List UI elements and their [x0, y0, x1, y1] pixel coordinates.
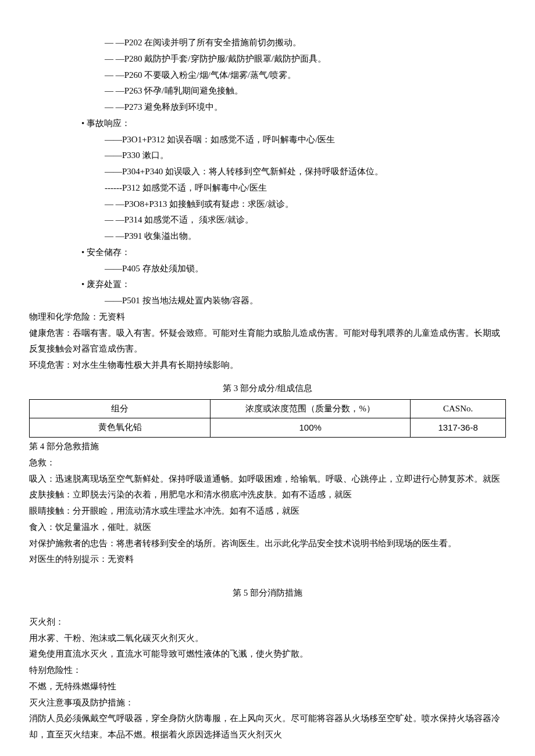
- col-concentration: 浓度或浓度范围（质量分数，%）: [211, 399, 411, 418]
- table-row: 黄色氧化铅 100% 1317-36-8: [30, 418, 506, 438]
- first-aid-inhalation: 吸入：迅速脱离现场至空气新鲜处。保持呼吸道通畅。如呼吸困难，给输氧。呼吸、心跳停…: [29, 471, 506, 488]
- storage-item: ——P405 存放处须加锁。: [29, 261, 506, 277]
- cell-concentration: 100%: [211, 418, 411, 438]
- cell-component: 黄色氧化铅: [30, 418, 211, 438]
- prevention-item: — —P263 怀孕/哺乳期间避免接触。: [29, 83, 506, 99]
- fire-extinguisher-1: 用水雾、干粉、泡沫或二氧化碳灭火剂灭火。: [29, 630, 506, 647]
- firefighting-notes-label: 灭火注意事项及防护措施：: [29, 695, 506, 711]
- fire-extinguisher-label: 灭火剂：: [29, 614, 506, 630]
- firefighting-notes: 消防人员必须佩戴空气呼吸器，穿全身防火防毒服，在上风向灭火。尽可能将容器从火场移…: [29, 711, 506, 743]
- accident-list: ——P3O1+P312 如误吞咽：如感觉不适，呼叫解毒中心/医生 ——P330 …: [29, 132, 506, 245]
- first-aid-rescuer-advice: 对保护施救者的忠告：将患者转移到安全的场所。咨询医生。出示此化学品安全技术说明书…: [29, 536, 506, 552]
- accident-response-label: • 事故响应：: [29, 116, 506, 132]
- phys-chem-hazard: 物理和化学危险：无资料: [29, 309, 506, 325]
- prevention-list: — —P202 在阅读并明了所有安全措施前切勿搬动。 — —P280 戴防护手套…: [29, 35, 506, 116]
- prevention-item: — —P280 戴防护手套/穿防护服/戴防护眼罩/戴防护面具。: [29, 51, 506, 67]
- safe-storage-label: • 安全储存：: [29, 245, 506, 261]
- accident-item: ——P3O1+P312 如误吞咽：如感觉不适，呼叫解毒中心/医生: [29, 132, 506, 148]
- accident-item: ——P304+P340 如误吸入：将人转移到空气新鲜处，保持呼吸舒适体位。: [29, 164, 506, 180]
- special-hazard-label: 特别危险性：: [29, 662, 506, 679]
- accident-item: ——P330 漱口。: [29, 148, 506, 164]
- section-5-title: 第 5 部分消防措施: [29, 585, 506, 601]
- special-hazard: 不燃，无特殊燃爆特性: [29, 679, 506, 695]
- first-aid-doctor-note: 对医生的特别提示：无资料: [29, 551, 506, 568]
- accident-item: ------P312 如感觉不适，呼叫解毒中心/医生: [29, 180, 506, 196]
- prevention-item: — —P202 在阅读并明了所有安全措施前切勿搬动。: [29, 35, 506, 51]
- first-aid-eye: 眼睛接触：分开眼睑，用流动清水或生理盐水冲洗。如有不适感，就医: [29, 503, 506, 519]
- col-component: 组分: [30, 399, 211, 418]
- section-3-title: 第 3 部分成分/组成信息: [29, 381, 506, 397]
- first-aid-emergency: 急救：: [29, 455, 506, 471]
- accident-item: — —P391 收集溢出物。: [29, 228, 506, 245]
- first-aid-ingestion: 食入：饮足量温水，催吐。就医: [29, 519, 506, 536]
- fire-extinguisher-2: 避免使用直流水灭火，直流水可能导致可燃性液体的飞溅，使火势扩散。: [29, 646, 506, 662]
- cell-cas: 1317-36-8: [411, 418, 506, 438]
- disposal-item: ——P501 按当地法规处置内装物/容器。: [29, 293, 506, 309]
- col-cas: CASNo.: [411, 399, 506, 418]
- prevention-item: — —P260 不要吸入粉尘/烟/气体/烟雾/蒸气/喷雾。: [29, 67, 506, 84]
- env-hazard: 环境危害：对水生生物毒性极大并具有长期持续影响。: [29, 357, 506, 374]
- prevention-item: — —P273 避免释放到环境中。: [29, 99, 506, 116]
- section-4-title: 第 4 部分急救措施: [29, 439, 506, 455]
- accident-item: — —P3O8+P313 如接触到或有疑虑：求医/就诊。: [29, 196, 506, 213]
- health-hazard: 健康危害：吞咽有害。吸入有害。怀疑会致癌。可能对生育能力或胎儿造成伤害。可能对母…: [29, 325, 506, 358]
- composition-table: 组分 浓度或浓度范围（质量分数，%） CASNo. 黄色氧化铅 100% 131…: [29, 399, 506, 438]
- disposal-label: • 废弃处置：: [29, 277, 506, 293]
- first-aid-skin: 皮肤接触：立即脱去污染的衣着，用肥皂水和清水彻底冲洗皮肤。如有不适感，就医: [29, 487, 506, 503]
- accident-item: — —P314 如感觉不适， 须求医/就诊。: [29, 212, 506, 228]
- table-header-row: 组分 浓度或浓度范围（质量分数，%） CASNo.: [30, 399, 506, 418]
